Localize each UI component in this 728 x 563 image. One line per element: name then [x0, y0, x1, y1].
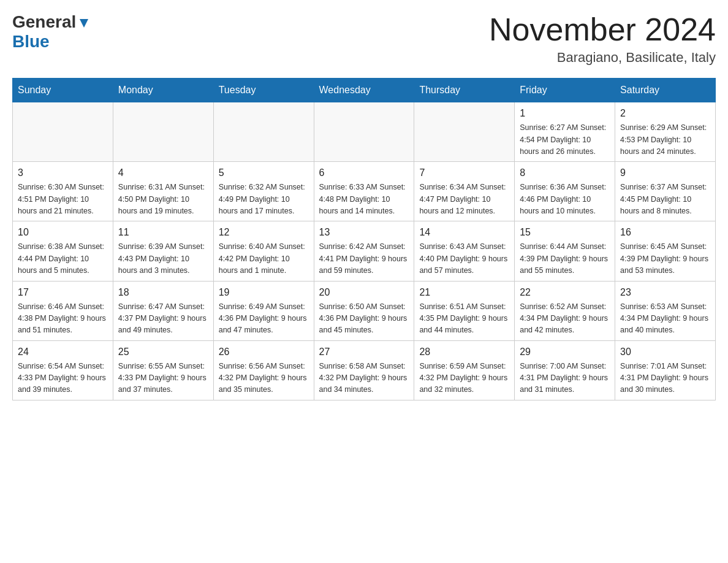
day-number: 26: [219, 345, 309, 359]
weekday-header-sunday: Sunday: [13, 79, 113, 102]
month-title: November 2024: [489, 12, 716, 47]
day-info: Sunrise: 6:33 AM Sunset: 4:48 PM Dayligh…: [319, 182, 409, 217]
day-info: Sunrise: 6:36 AM Sunset: 4:46 PM Dayligh…: [520, 182, 610, 217]
calendar-cell: [213, 102, 314, 162]
day-number: 30: [620, 345, 710, 359]
day-info: Sunrise: 6:44 AM Sunset: 4:39 PM Dayligh…: [520, 241, 610, 277]
svg-marker-0: [80, 19, 88, 28]
weekday-header-monday: Monday: [113, 79, 213, 102]
calendar-cell: 16Sunrise: 6:45 AM Sunset: 4:39 PM Dayli…: [615, 221, 716, 281]
day-info: Sunrise: 6:52 AM Sunset: 4:34 PM Dayligh…: [520, 301, 610, 337]
day-number: 23: [620, 285, 710, 300]
day-info: Sunrise: 6:29 AM Sunset: 4:53 PM Dayligh…: [620, 122, 710, 158]
calendar-cell: 21Sunrise: 6:51 AM Sunset: 4:35 PM Dayli…: [414, 281, 515, 340]
day-number: 2: [620, 106, 710, 121]
day-info: Sunrise: 6:34 AM Sunset: 4:47 PM Dayligh…: [419, 182, 509, 217]
calendar-cell: 19Sunrise: 6:49 AM Sunset: 4:36 PM Dayli…: [213, 281, 314, 340]
calendar-week-row: 1Sunrise: 6:27 AM Sunset: 4:54 PM Daylig…: [13, 102, 716, 162]
weekday-header-thursday: Thursday: [414, 79, 515, 102]
day-number: 1: [520, 106, 610, 121]
calendar-cell: 20Sunrise: 6:50 AM Sunset: 4:36 PM Dayli…: [314, 281, 414, 340]
day-info: Sunrise: 6:56 AM Sunset: 4:32 PM Dayligh…: [219, 361, 309, 396]
day-number: 22: [520, 285, 610, 300]
calendar-cell: 6Sunrise: 6:33 AM Sunset: 4:48 PM Daylig…: [314, 162, 414, 221]
day-number: 27: [319, 345, 409, 359]
day-number: 5: [219, 166, 309, 180]
day-info: Sunrise: 6:59 AM Sunset: 4:32 PM Dayligh…: [419, 361, 509, 396]
day-info: Sunrise: 6:53 AM Sunset: 4:34 PM Dayligh…: [620, 301, 710, 337]
calendar-cell: 18Sunrise: 6:47 AM Sunset: 4:37 PM Dayli…: [113, 281, 213, 340]
calendar-cell: [314, 102, 414, 162]
day-number: 8: [520, 166, 610, 180]
calendar-cell: 25Sunrise: 6:55 AM Sunset: 4:33 PM Dayli…: [113, 340, 213, 400]
day-info: Sunrise: 6:55 AM Sunset: 4:33 PM Dayligh…: [118, 361, 208, 396]
page-header: General Blue November 2024 Baragiano, Ba…: [12, 12, 716, 66]
calendar-cell: 2Sunrise: 6:29 AM Sunset: 4:53 PM Daylig…: [615, 102, 716, 162]
calendar-cell: 22Sunrise: 6:52 AM Sunset: 4:34 PM Dayli…: [515, 281, 615, 340]
day-info: Sunrise: 6:46 AM Sunset: 4:38 PM Dayligh…: [18, 301, 108, 337]
calendar-cell: 14Sunrise: 6:43 AM Sunset: 4:40 PM Dayli…: [414, 221, 515, 281]
day-number: 19: [219, 285, 309, 300]
day-number: 21: [419, 285, 509, 300]
weekday-header-tuesday: Tuesday: [213, 79, 314, 102]
calendar-cell: 7Sunrise: 6:34 AM Sunset: 4:47 PM Daylig…: [414, 162, 515, 221]
calendar-cell: 28Sunrise: 6:59 AM Sunset: 4:32 PM Dayli…: [414, 340, 515, 400]
weekday-header-saturday: Saturday: [615, 79, 716, 102]
day-number: 9: [620, 166, 710, 180]
calendar-cell: 1Sunrise: 6:27 AM Sunset: 4:54 PM Daylig…: [515, 102, 615, 162]
day-number: 7: [419, 166, 509, 180]
day-info: Sunrise: 6:32 AM Sunset: 4:49 PM Dayligh…: [219, 182, 309, 217]
calendar-week-row: 3Sunrise: 6:30 AM Sunset: 4:51 PM Daylig…: [13, 162, 716, 221]
day-info: Sunrise: 7:01 AM Sunset: 4:31 PM Dayligh…: [620, 361, 710, 396]
calendar-cell: 10Sunrise: 6:38 AM Sunset: 4:44 PM Dayli…: [13, 221, 113, 281]
day-number: 4: [118, 166, 208, 180]
day-info: Sunrise: 7:00 AM Sunset: 4:31 PM Dayligh…: [520, 361, 610, 396]
day-number: 16: [620, 225, 710, 240]
day-info: Sunrise: 6:42 AM Sunset: 4:41 PM Dayligh…: [319, 241, 409, 277]
calendar-cell: 12Sunrise: 6:40 AM Sunset: 4:42 PM Dayli…: [213, 221, 314, 281]
weekday-header-wednesday: Wednesday: [314, 79, 414, 102]
calendar-week-row: 10Sunrise: 6:38 AM Sunset: 4:44 PM Dayli…: [13, 221, 716, 281]
day-info: Sunrise: 6:51 AM Sunset: 4:35 PM Dayligh…: [419, 301, 509, 337]
calendar-cell: 4Sunrise: 6:31 AM Sunset: 4:50 PM Daylig…: [113, 162, 213, 221]
calendar-cell: 29Sunrise: 7:00 AM Sunset: 4:31 PM Dayli…: [515, 340, 615, 400]
calendar-week-row: 24Sunrise: 6:54 AM Sunset: 4:33 PM Dayli…: [13, 340, 716, 400]
calendar-cell: [113, 102, 213, 162]
day-info: Sunrise: 6:30 AM Sunset: 4:51 PM Dayligh…: [18, 182, 108, 217]
title-area: November 2024 Baragiano, Basilicate, Ita…: [489, 12, 716, 66]
day-info: Sunrise: 6:37 AM Sunset: 4:45 PM Dayligh…: [620, 182, 710, 217]
day-number: 3: [18, 166, 108, 180]
day-number: 28: [419, 345, 509, 359]
day-info: Sunrise: 6:58 AM Sunset: 4:32 PM Dayligh…: [319, 361, 409, 396]
day-number: 18: [118, 285, 208, 300]
day-number: 25: [118, 345, 208, 359]
day-info: Sunrise: 6:50 AM Sunset: 4:36 PM Dayligh…: [319, 301, 409, 337]
calendar-cell: 9Sunrise: 6:37 AM Sunset: 4:45 PM Daylig…: [615, 162, 716, 221]
location-title: Baragiano, Basilicate, Italy: [489, 50, 716, 66]
calendar-cell: 27Sunrise: 6:58 AM Sunset: 4:32 PM Dayli…: [314, 340, 414, 400]
calendar-cell: 3Sunrise: 6:30 AM Sunset: 4:51 PM Daylig…: [13, 162, 113, 221]
day-info: Sunrise: 6:39 AM Sunset: 4:43 PM Dayligh…: [118, 241, 208, 277]
calendar-cell: 23Sunrise: 6:53 AM Sunset: 4:34 PM Dayli…: [615, 281, 716, 340]
day-info: Sunrise: 6:40 AM Sunset: 4:42 PM Dayligh…: [219, 241, 309, 277]
day-info: Sunrise: 6:38 AM Sunset: 4:44 PM Dayligh…: [18, 241, 108, 277]
calendar-cell: 30Sunrise: 7:01 AM Sunset: 4:31 PM Dayli…: [615, 340, 716, 400]
day-number: 14: [419, 225, 509, 240]
day-number: 6: [319, 166, 409, 180]
calendar-cell: [414, 102, 515, 162]
calendar-cell: 13Sunrise: 6:42 AM Sunset: 4:41 PM Dayli…: [314, 221, 414, 281]
calendar-cell: 11Sunrise: 6:39 AM Sunset: 4:43 PM Dayli…: [113, 221, 213, 281]
day-info: Sunrise: 6:49 AM Sunset: 4:36 PM Dayligh…: [219, 301, 309, 337]
day-number: 12: [219, 225, 309, 240]
day-number: 10: [18, 225, 108, 240]
calendar-week-row: 17Sunrise: 6:46 AM Sunset: 4:38 PM Dayli…: [13, 281, 716, 340]
day-info: Sunrise: 6:45 AM Sunset: 4:39 PM Dayligh…: [620, 241, 710, 277]
logo: General Blue: [12, 12, 91, 52]
day-info: Sunrise: 6:27 AM Sunset: 4:54 PM Dayligh…: [520, 122, 610, 158]
day-number: 17: [18, 285, 108, 300]
day-info: Sunrise: 6:54 AM Sunset: 4:33 PM Dayligh…: [18, 361, 108, 396]
day-info: Sunrise: 6:47 AM Sunset: 4:37 PM Dayligh…: [118, 301, 208, 337]
day-number: 24: [18, 345, 108, 359]
calendar-cell: 26Sunrise: 6:56 AM Sunset: 4:32 PM Dayli…: [213, 340, 314, 400]
day-number: 15: [520, 225, 610, 240]
